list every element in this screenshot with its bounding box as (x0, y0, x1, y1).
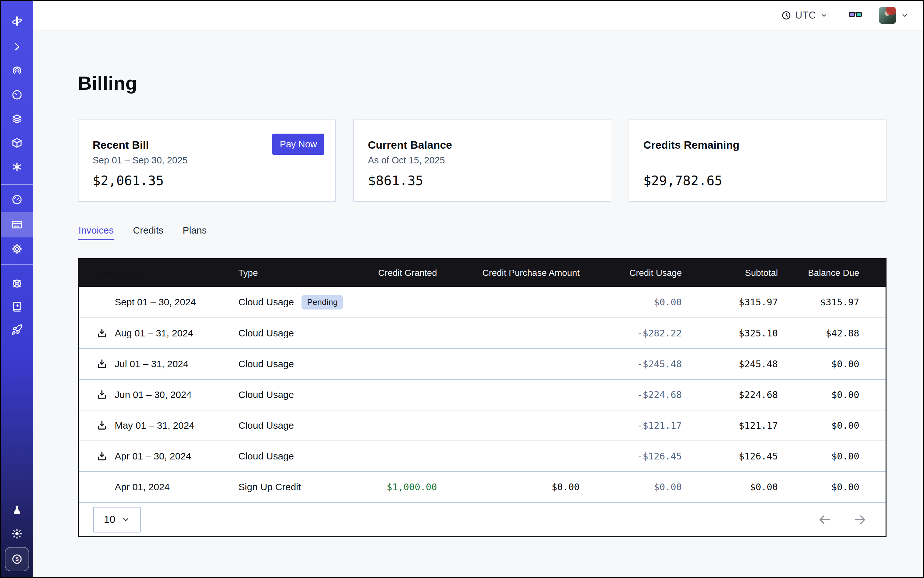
pager-arrows (818, 513, 867, 527)
card-amount: $2,061.35 (93, 173, 321, 188)
account-menu-chevron-icon[interactable] (901, 11, 909, 19)
chevron-down-icon (121, 515, 130, 524)
invoice-date: Jun 01 – 30, 2024 (115, 389, 192, 400)
credit-card-icon[interactable] (1, 212, 33, 237)
download-invoice-button[interactable] (96, 389, 108, 401)
sidebar-expand-chevron-icon[interactable] (1, 35, 33, 58)
table-row: Apr 01, 2024 Sign Up Credit $1,000.00 $0… (79, 471, 885, 502)
invoice-type: Cloud Usage (239, 451, 294, 462)
credit-granted-value: $1,000.00 (368, 482, 437, 492)
invoice-type: Sign Up Credit (239, 482, 301, 492)
invoice-date-cell: Sept 01 – 30, 2024 (79, 296, 239, 308)
pay-now-button[interactable]: Pay Now (272, 134, 324, 155)
page-size-select[interactable]: 10 (93, 507, 141, 533)
invoices-table: Date (UTC) Type Credit Granted Credit Pu… (78, 258, 887, 537)
timezone-selector[interactable]: UTC (781, 10, 828, 21)
current-balance-card: Current Balance As of Oct 15, 2025 $861.… (353, 120, 611, 202)
balance-due-value: $0.00 (778, 389, 885, 400)
invoice-date: Apr 01, 2024 (115, 482, 170, 492)
gear-icon[interactable] (1, 237, 33, 260)
download-invoice-button[interactable] (96, 420, 108, 431)
balance-due-value: $42.88 (778, 328, 885, 339)
invoice-type: Cloud Usage (239, 359, 294, 369)
timezone-label: UTC (795, 10, 816, 21)
invoice-date-cell: Jun 01 – 30, 2024 (79, 389, 239, 401)
next-page-arrow-icon[interactable] (853, 513, 867, 527)
topbar: UTC (33, 1, 923, 31)
sun-icon[interactable] (1, 522, 33, 546)
invoice-type: Cloud Usage (239, 328, 294, 339)
card-title: Current Balance (368, 139, 596, 151)
clock-icon (781, 10, 791, 21)
invoice-date-cell: Apr 01 – 30, 2024 (79, 450, 239, 462)
layers-icon[interactable] (1, 107, 33, 131)
tab-credits[interactable]: Credits (132, 222, 164, 240)
column-header-credit-granted: Credit Granted (368, 268, 437, 278)
balance-due-value: $315.97 (778, 297, 885, 308)
balance-due-value: $0.00 (778, 359, 885, 369)
cube-icon[interactable] (1, 131, 33, 155)
column-header-credit-purchase-amount: Credit Purchase Amount (437, 268, 580, 278)
subtotal-value: $121.17 (682, 420, 778, 431)
recent-bill-card: Recent Bill Sep 01 – Sep 30, 2025 $2,061… (78, 120, 336, 202)
table-body: Sept 01 – 30, 2024 Cloud Usage Pending $… (79, 287, 885, 502)
download-icon (96, 389, 108, 401)
invoice-type-cell: Cloud Usage Pending (239, 295, 368, 310)
asterisk-icon[interactable] (1, 155, 33, 179)
invoice-date: May 01 – 31, 2024 (115, 420, 195, 431)
invoice-date: Apr 01 – 30, 2024 (115, 451, 191, 462)
balance-due-value: $0.00 (778, 420, 885, 431)
invoice-type-cell: Cloud Usage (239, 389, 368, 400)
table-footer: 10 (79, 502, 885, 536)
column-header-date: Date (UTC) (79, 268, 239, 278)
tab-plans[interactable]: Plans (182, 222, 207, 240)
download-invoice-button[interactable] (96, 328, 108, 339)
card-subtitle (643, 155, 872, 166)
credits-badge-button[interactable]: $ (1, 546, 33, 573)
glasses-button[interactable] (848, 9, 863, 21)
app-logo-icon[interactable] (1, 9, 33, 33)
sidebar: $ (1, 1, 33, 577)
invoice-date: Sept 01 – 30, 2024 (115, 297, 196, 308)
avatar[interactable] (879, 7, 896, 24)
download-icon (96, 420, 108, 431)
table-row: May 01 – 31, 2024 Cloud Usage -$121.17 $… (79, 410, 885, 440)
card-amount: $861.35 (368, 173, 596, 188)
spiral-eye-icon[interactable] (1, 59, 33, 83)
download-icon (96, 328, 108, 339)
sidebar-divider (1, 184, 33, 185)
billing-tabs: Invoices Credits Plans (78, 222, 887, 240)
card-amount: $29,782.65 (643, 173, 872, 188)
status-badge: Pending (302, 295, 343, 310)
column-header-type: Type (239, 268, 368, 278)
helm-icon[interactable] (1, 272, 33, 295)
card-subtitle: As of Oct 15, 2025 (368, 155, 596, 166)
invoice-type-cell: Sign Up Credit (239, 482, 368, 492)
invoice-date-cell: May 01 – 31, 2024 (79, 420, 239, 431)
download-invoice-button[interactable] (96, 450, 108, 462)
credit-usage-value: -$224.68 (580, 389, 682, 400)
invoice-type-cell: Cloud Usage (239, 328, 368, 339)
subtotal-value: $224.68 (682, 389, 778, 400)
credit-usage-value: -$126.45 (580, 451, 682, 462)
book-sparkle-icon[interactable] (1, 295, 33, 318)
billing-screen: { "topbar": { "timezone": "UTC", "icons"… (0, 0, 924, 578)
subtotal-value: $325.10 (682, 328, 778, 339)
credit-usage-value: -$245.48 (580, 359, 682, 369)
subtotal-value: $0.00 (682, 482, 778, 492)
tab-invoices[interactable]: Invoices (78, 222, 114, 240)
invoice-date-cell: Jul 01 – 31, 2024 (79, 358, 239, 370)
previous-page-arrow-icon[interactable] (818, 513, 832, 527)
download-icon (96, 358, 108, 370)
invoice-type-cell: Cloud Usage (239, 451, 368, 462)
history-clock-icon[interactable] (1, 83, 33, 107)
flask-icon[interactable] (1, 498, 33, 522)
main-content: Billing Recent Bill Sep 01 – Sep 30, 202… (33, 31, 923, 577)
subtotal-value: $315.97 (682, 297, 778, 308)
credit-purchase-value: $0.00 (437, 482, 580, 492)
credit-usage-value: $0.00 (580, 482, 682, 492)
rocket-icon[interactable] (1, 318, 33, 341)
download-invoice-button[interactable] (96, 358, 108, 370)
gauge-icon[interactable] (1, 188, 33, 211)
dollar-badge-icon: $ (5, 547, 29, 571)
